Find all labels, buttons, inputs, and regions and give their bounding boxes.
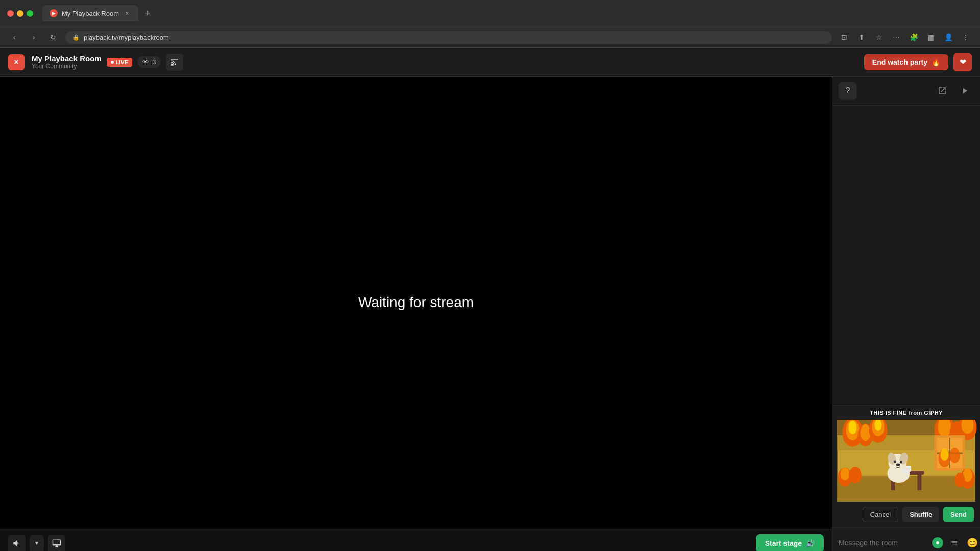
gif-title-bold: THIS IS FINE [870,410,907,416]
screen-button[interactable] [48,535,65,552]
video-controls: ▼ Start stage 🔊 [0,529,832,551]
gif-shuffle-label: Shuffle [910,511,932,518]
eye-icon: 👁 [142,58,149,66]
external-link-icon [938,86,947,95]
room-info: My Playback Room Your Community [32,54,102,70]
video-player: Waiting for stream [0,77,832,529]
tab-favicon-icon: ▶ [50,9,58,17]
svg-rect-29 [918,475,922,490]
address-bar[interactable]: 🔒 playback.tv/myplaybackroom [65,31,832,44]
app-header: × My Playback Room Your Community LIVE 👁… [0,48,980,77]
bookmark-button[interactable]: ❤ [953,53,972,71]
svg-point-42 [936,541,939,544]
svg-point-5 [849,421,857,434]
svg-point-36 [900,461,902,464]
app-container: × My Playback Room Your Community LIVE 👁… [0,48,980,551]
chevron-down-icon: ▼ [34,540,39,546]
puzzle-icon[interactable]: 🧩 [906,30,921,44]
traffic-lights [7,10,33,17]
share-icon[interactable]: ⬆ [854,30,869,44]
cast-button[interactable] [166,54,183,71]
navigation-bar: ‹ › ↻ 🔒 playback.tv/myplaybackroom ⊡ ⬆ ☆… [0,27,980,47]
fullscreen-traffic-light[interactable] [27,10,33,17]
live-badge: LIVE [107,58,132,67]
volume-dropdown[interactable]: ▼ [30,535,44,552]
main-content: Waiting for stream ▼ [0,77,980,551]
close-traffic-light[interactable] [7,10,14,17]
end-watch-party-label: End watch party [872,58,927,66]
gif-send-button[interactable]: Send [943,507,974,522]
message-input-area: 😊 [832,528,980,551]
panel-expand-button[interactable] [955,82,974,100]
minimize-traffic-light[interactable] [17,10,23,17]
gif-preview [832,420,980,502]
svg-point-10 [875,420,882,431]
svg-rect-38 [903,469,909,474]
gif-actions: Cancel Shuffle Send [832,502,980,528]
screen-capture-icon[interactable]: ⊡ [837,30,851,44]
this-is-fine-gif [832,420,980,502]
browser-nav-actions: ⊡ ⬆ ☆ ⋯ 🧩 ▤ 👤 ⋮ [837,30,973,44]
room-community-label: Your Community [32,63,102,70]
svg-point-37 [896,464,900,466]
list-icon-button[interactable] [946,535,962,550]
live-text: LIVE [116,59,128,65]
message-input-actions: 😊 [932,535,980,550]
forward-button[interactable]: › [27,30,41,44]
tab-bar: ▶ My Playback Room × + [42,5,958,21]
bookmark-heart-icon: ❤ [960,57,966,67]
fire-icon: 🔥 [932,58,940,66]
extensions-icon[interactable]: ⋯ [889,30,903,44]
gif-cancel-label: Cancel [870,511,891,518]
active-tab[interactable]: ▶ My Playback Room × [42,5,138,21]
bookmark-icon[interactable]: ☆ [872,30,886,44]
svg-point-26 [849,467,862,483]
refresh-button[interactable]: ↻ [46,30,60,44]
chat-messages[interactable] [832,106,980,405]
lock-icon: 🔒 [72,34,80,41]
close-x-icon: × [14,58,18,67]
monitor-icon [52,539,61,548]
start-stage-label: Start stage [765,539,802,547]
end-watch-party-button[interactable]: End watch party 🔥 [864,54,948,70]
browser-chrome: ▶ My Playback Room × + ‹ › ↻ 🔒 playback.… [0,0,980,48]
gif-picker: THIS IS FINE from GIPHY [832,405,980,528]
start-stage-button[interactable]: Start stage 🔊 [756,534,824,552]
volume-icon [12,539,21,548]
waiting-text: Waiting for stream [358,294,474,311]
external-link-button[interactable] [933,82,951,100]
gif-shuffle-button[interactable]: Shuffle [902,507,939,522]
cast-icon [170,58,179,67]
circle-dot-icon [935,540,941,546]
new-tab-button[interactable]: + [140,6,155,20]
tab-title: My Playback Room [62,10,119,17]
volume-button[interactable] [8,535,26,552]
more-options-icon[interactable]: ⋮ [959,30,973,44]
panel-header-right [933,82,974,100]
emoji-button[interactable]: 😊 [965,535,980,550]
live-dot-icon [111,61,114,64]
message-input[interactable] [839,539,928,547]
gif-cancel-button[interactable]: Cancel [863,507,898,522]
list-icon [950,539,958,547]
svg-point-25 [841,468,850,480]
panel-question-button[interactable]: ? [839,82,857,100]
svg-point-35 [894,461,896,463]
controls-left: ▼ [8,535,65,552]
svg-point-22 [950,448,960,463]
send-indicator-button[interactable] [932,537,943,548]
gif-send-label: Send [950,511,967,518]
sidebar-icon[interactable]: ▤ [924,30,938,44]
question-icon: ? [846,86,850,95]
svg-point-21 [941,448,949,461]
header-close-button[interactable]: × [8,54,24,70]
back-button[interactable]: ‹ [7,30,21,44]
viewers-number: 3 [152,58,156,66]
title-bar: ▶ My Playback Room × + [0,0,980,27]
header-left: × My Playback Room Your Community LIVE 👁… [8,54,183,71]
svg-point-41 [955,473,965,487]
user-profile-icon[interactable]: 👤 [941,30,955,44]
url-text: playback.tv/myplaybackroom [84,34,169,41]
room-name-label: My Playback Room [32,54,102,63]
tab-close-icon[interactable]: × [123,9,131,17]
